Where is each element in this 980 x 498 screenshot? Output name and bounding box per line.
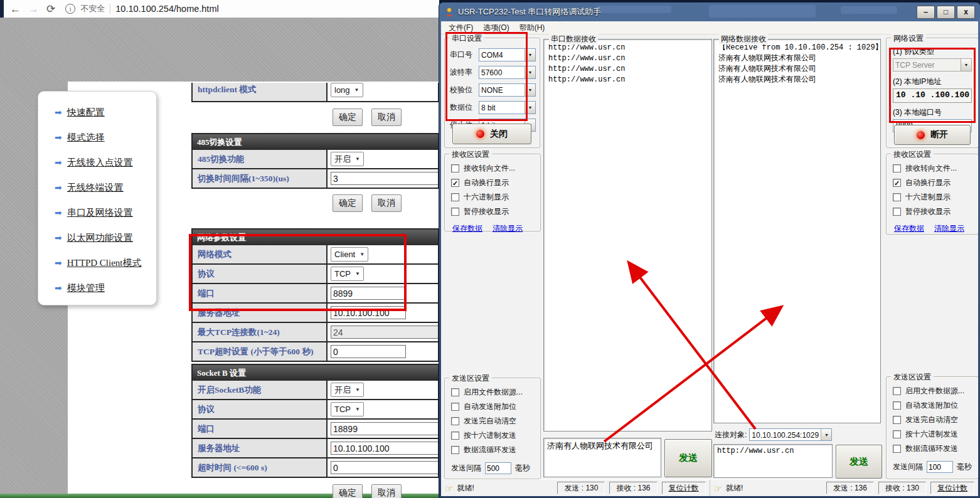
- row-label: 开启SocketB功能: [193, 381, 328, 399]
- forward-icon[interactable]: →: [28, 4, 39, 14]
- 485-interval-input[interactable]: [331, 172, 438, 185]
- checkbox[interactable]: [451, 193, 459, 201]
- checkbox[interactable]: [893, 164, 901, 172]
- checkbox[interactable]: ✓: [451, 179, 459, 187]
- url-text[interactable]: 10.10.100.254/home.html: [115, 4, 218, 14]
- interval-unit: 毫秒: [957, 462, 972, 472]
- httpdclient-mode-select[interactable]: long▼: [331, 83, 363, 97]
- file-data-source-option[interactable]: 启用文件数据源...: [451, 387, 540, 398]
- network-send-input[interactable]: http://www.usr.cn: [713, 444, 833, 478]
- socketb-protocol-select[interactable]: TCP▼: [331, 402, 364, 416]
- connection-target-select[interactable]: 10.10.100.254:1029▼: [749, 428, 832, 441]
- socketb-port-input[interactable]: [331, 422, 438, 435]
- hex-display-option[interactable]: 十六进制显示: [451, 192, 540, 203]
- checkbox[interactable]: [451, 208, 459, 216]
- ready-label: 就绪!: [726, 483, 743, 494]
- checkbox[interactable]: [451, 417, 459, 425]
- clear-display-link[interactable]: 清除显示: [493, 223, 523, 234]
- row-label: 服务器地址: [193, 439, 328, 457]
- checkbox[interactable]: [893, 387, 901, 395]
- sidebar-item-sta-settings[interactable]: ➡无线终端设置: [55, 181, 156, 194]
- sidebar-item-quick-config[interactable]: ➡快速配置: [55, 105, 156, 119]
- serial-close-button[interactable]: 关闭: [452, 124, 531, 144]
- connection-target-row: 连接对象: 10.10.100.254:1029▼: [715, 428, 832, 441]
- back-icon[interactable]: ←: [10, 4, 21, 14]
- serial-recv-area[interactable]: http://www.usr.cn http://www.usr.cn http…: [543, 39, 712, 432]
- pause-recv-option[interactable]: 暂停接收显示: [893, 206, 978, 217]
- highlight-rect-serial-settings: [445, 32, 528, 121]
- serial-send-button[interactable]: 发送: [664, 439, 712, 477]
- recv-to-file-option[interactable]: 接收转向文件...: [893, 163, 978, 174]
- hex-display-option[interactable]: 十六进制显示: [893, 192, 978, 203]
- network-disconnect-button[interactable]: 断开: [894, 125, 971, 145]
- sidebar-item-ethernet[interactable]: ➡以太网功能设置: [55, 231, 156, 245]
- 485-enable-select[interactable]: 开启▼: [331, 152, 364, 166]
- socketb-server-input[interactable]: [331, 442, 438, 455]
- checkbox[interactable]: ✓: [893, 179, 901, 187]
- ok-button[interactable]: 确定: [333, 109, 363, 126]
- auto-clear-option[interactable]: 发送完自动清空: [451, 416, 540, 426]
- file-data-source-option[interactable]: 启用文件数据源...: [893, 386, 978, 396]
- sent-count: 发送 : 136: [826, 482, 874, 494]
- checkbox[interactable]: [451, 164, 459, 172]
- minimize-button[interactable]: –: [917, 6, 935, 19]
- socketb-enable-select[interactable]: 开启▼: [331, 383, 364, 397]
- checkbox[interactable]: [893, 445, 901, 453]
- checkbox[interactable]: [893, 208, 901, 216]
- checkbox[interactable]: [893, 193, 901, 201]
- network-recv-area[interactable]: 【Receive from 10.10.100.254 : 1029】: 济南有…: [713, 39, 881, 423]
- checkbox[interactable]: [893, 430, 901, 438]
- tcp-timeout-input[interactable]: [331, 345, 406, 358]
- network-send-button[interactable]: 发送: [836, 445, 882, 479]
- ok-button[interactable]: 确定: [333, 194, 363, 212]
- hex-send-option[interactable]: 按十六进制发送: [893, 429, 978, 440]
- chevron-down-icon: ▼: [355, 406, 360, 412]
- sidebar-item-uart-network[interactable]: ➡串口及网络设置: [55, 206, 156, 220]
- pause-recv-option[interactable]: 暂停接收显示: [451, 206, 540, 217]
- loop-send-option[interactable]: 数据流循环发送: [893, 443, 978, 454]
- sidebar-item-mode-select[interactable]: ➡模式选择: [55, 130, 156, 144]
- auto-newline-option[interactable]: ✓自动换行显示: [893, 177, 978, 188]
- reset-count-button[interactable]: 复位计数: [662, 482, 706, 494]
- auto-send-appendix-option[interactable]: 自动发送附加位: [893, 400, 978, 411]
- auto-clear-option[interactable]: 发送完自动清空: [893, 415, 978, 425]
- clear-display-link[interactable]: 清除显示: [934, 223, 964, 234]
- checkbox[interactable]: [451, 388, 459, 396]
- send-interval-input[interactable]: [485, 462, 511, 474]
- save-data-link[interactable]: 保存数据: [894, 223, 924, 234]
- save-data-link[interactable]: 保存数据: [452, 223, 482, 234]
- recv-line: http://www.usr.cn: [548, 75, 707, 85]
- led-icon: [476, 130, 484, 138]
- address-bar[interactable]: i 不安全 10.10.100.254/home.html: [65, 3, 218, 14]
- cancel-button[interactable]: 取消: [371, 194, 402, 212]
- sidebar-item-httpd-client[interactable]: ➡HTTPD Client模式: [55, 256, 156, 270]
- checkbox[interactable]: [893, 401, 901, 410]
- loop-send-option[interactable]: 数据流循环发送: [451, 445, 540, 455]
- title-bar[interactable]: USR-TCP232-Test 串口转网络调试助手 – □ x: [439, 3, 980, 21]
- sidebar-item-ap-settings[interactable]: ➡无线接入点设置: [55, 156, 156, 169]
- checkbox[interactable]: [451, 446, 459, 454]
- ok-button[interactable]: 确定: [333, 484, 363, 498]
- cancel-button[interactable]: 取消: [371, 109, 402, 126]
- arrow-bullet-icon: ➡: [55, 208, 62, 217]
- reset-count-button[interactable]: 复位计数: [930, 482, 974, 494]
- socketb-timeout-input[interactable]: [331, 461, 438, 474]
- checkbox[interactable]: [451, 432, 459, 440]
- maximize-button[interactable]: □: [937, 6, 955, 19]
- serial-send-input[interactable]: 济南有人物联网技术有限公司: [543, 438, 661, 477]
- auto-send-appendix-option[interactable]: 自动发送附加位: [451, 401, 540, 412]
- chevron-down-icon[interactable]: ▼: [821, 429, 831, 440]
- hex-send-option[interactable]: 按十六进制发送: [451, 430, 540, 441]
- arrow-bullet-icon: ➡: [55, 258, 62, 267]
- reload-icon[interactable]: ⟳: [46, 4, 55, 14]
- close-button[interactable]: x: [957, 6, 975, 19]
- checkbox[interactable]: [893, 416, 901, 424]
- info-icon[interactable]: i: [65, 4, 75, 14]
- send-interval-input[interactable]: [927, 461, 953, 473]
- checkbox[interactable]: [451, 403, 459, 411]
- recv-to-file-option[interactable]: 接收转向文件...: [451, 163, 540, 174]
- chevron-down-icon: ▼: [355, 387, 360, 393]
- sidebar-item-module-manage[interactable]: ➡模块管理: [55, 281, 156, 295]
- cancel-button[interactable]: 取消: [371, 484, 402, 498]
- auto-newline-option[interactable]: ✓自动换行显示: [451, 177, 540, 188]
